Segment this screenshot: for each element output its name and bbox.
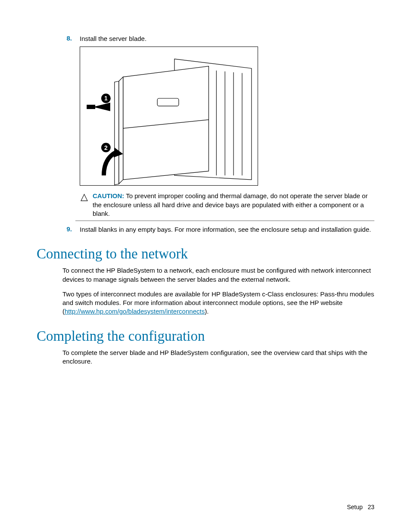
blade-install-figure: 1 2 <box>80 47 258 186</box>
step-text: Install the server blade. <box>80 34 374 43</box>
svg-text:1: 1 <box>104 95 108 102</box>
svg-marker-12 <box>93 103 110 111</box>
svg-text:2: 2 <box>104 144 108 151</box>
paragraph-network-1: To connect the HP BladeSystem to a netwo… <box>62 266 374 284</box>
footer-page-number: 23 <box>367 504 374 510</box>
step-number: 8. <box>37 34 80 43</box>
heading-connecting: Connecting to the network <box>37 246 374 262</box>
page-footer: Setup 23 <box>347 504 374 510</box>
step-text: Install blanks in any empty bays. For mo… <box>80 225 374 234</box>
text-segment: ). <box>205 308 209 315</box>
caution-label: CAUTION: <box>93 192 124 199</box>
svg-marker-6 <box>119 77 123 184</box>
step-number: 9. <box>37 225 80 234</box>
heading-completing: Completing the configuration <box>37 328 374 344</box>
caution-icon: △ <box>75 192 93 218</box>
paragraph-completing: To complete the server blade and HP Blad… <box>62 348 374 366</box>
step-8: 8. Install the server blade. <box>37 34 374 43</box>
caution-text: CAUTION: To prevent improper cooling and… <box>93 192 374 218</box>
paragraph-network-2: Two types of interconnect modules are av… <box>62 290 374 316</box>
svg-rect-13 <box>87 105 95 109</box>
svg-marker-5 <box>123 66 209 180</box>
footer-section: Setup <box>347 504 363 510</box>
svg-marker-9 <box>115 81 119 185</box>
caution-block: △ CAUTION: To prevent improper cooling a… <box>75 190 374 221</box>
step-9: 9. Install blanks in any empty bays. For… <box>37 225 374 234</box>
caution-body: To prevent improper cooling and thermal … <box>93 192 367 217</box>
interconnects-link[interactable]: http://www.hp.com/go/bladesystem/interco… <box>65 308 205 315</box>
